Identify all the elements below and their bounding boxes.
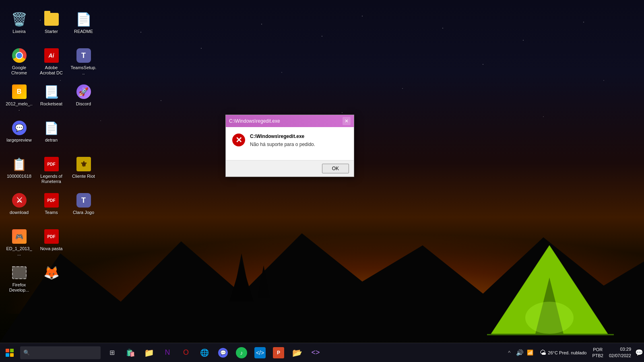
search-icon: 🔍 xyxy=(23,350,30,356)
desktop-icon-discord[interactable]: 💬 largepreview xyxy=(4,117,34,153)
dialog-text-container: C:\Windows\regedit.exe Não há suporte pa… xyxy=(250,134,347,147)
desktop-icon-clara-jogo[interactable]: 🎮 ED_1_2013_... xyxy=(4,225,34,261)
dialog-ok-button[interactable]: OK xyxy=(322,164,349,173)
taskbar-opera[interactable]: O xyxy=(177,344,195,362)
taskbar-code-editor[interactable]: <> xyxy=(307,344,324,362)
desktop-icon-starter[interactable]: Starter xyxy=(36,8,66,44)
dialog-body: ✕ C:\Windows\regedit.exe Não há suporte … xyxy=(226,127,354,160)
clock-date: 02/07/2022 xyxy=(609,353,631,359)
tent-decoration xyxy=(479,237,620,342)
weather-text: 26°C Pred. nublado xyxy=(548,350,586,355)
desktop-icon-ed-2013[interactable]: PDF Nova pasta xyxy=(36,225,66,261)
dialog-footer: OK xyxy=(226,160,354,177)
taskbar-search[interactable]: 🔍 xyxy=(20,346,101,359)
desktop-icon-rocketseat[interactable]: 🚀 Discord xyxy=(68,80,99,117)
tray-volume[interactable]: 🔊 xyxy=(515,346,524,360)
taskbar-taskview[interactable]: ⊞ xyxy=(103,344,121,362)
desktop-icon-detran[interactable]: 📋 1000001618 xyxy=(4,153,34,189)
taskbar-clock[interactable]: 03:29 02/07/2022 xyxy=(606,346,634,359)
desktop-icon-download-pdf[interactable]: PDF Teams xyxy=(36,189,66,225)
taskbar-discord[interactable]: 💬 xyxy=(214,344,232,362)
desktop-icon-cliente-riot[interactable]: ⚔ download xyxy=(4,189,34,225)
taskbar-spotify[interactable]: ♪ xyxy=(233,344,250,362)
start-icon xyxy=(6,349,14,357)
desktop-icons-container: 🗑️ Lixeira Starter 📄 README Google Chrom… xyxy=(0,4,105,302)
desktop-icon-nova-pasta[interactable]: Firefox Develop... xyxy=(4,261,34,298)
desktop-icon-teams[interactable]: T Clara Jogo xyxy=(68,189,99,225)
desktop-icon-readme[interactable]: 📄 README xyxy=(68,8,99,44)
dialog-titlebar: C:\Windows\regedit.exe ✕ xyxy=(226,115,354,127)
tray-network[interactable]: 📶 xyxy=(525,346,535,360)
desktop-icon-lixeira[interactable]: 🗑️ Lixeira xyxy=(4,8,34,44)
desktop-icon-melo[interactable]: 📃 Rocketseat xyxy=(36,80,66,117)
desktop-icon-bya[interactable]: B 2012_melo_... xyxy=(4,80,34,117)
system-tray: ^ 🔊 📶 xyxy=(503,346,537,360)
taskbar-store[interactable]: 🛍️ xyxy=(122,344,139,362)
notification-button[interactable]: 💬 xyxy=(634,346,644,360)
taskbar-explorer[interactable]: 📁 xyxy=(140,344,158,362)
dialog-filename: C:\Windows\regedit.exe xyxy=(250,134,347,139)
svg-marker-2 xyxy=(229,261,254,302)
tray-expand[interactable]: ^ xyxy=(504,346,514,360)
error-icon: ✕ xyxy=(232,134,245,146)
weather-icon: 🌤 xyxy=(540,349,546,356)
clock-time: 03:29 xyxy=(620,346,631,352)
desktop-icon-teams-setup[interactable]: T TeamsSetup... xyxy=(68,44,99,80)
desktop-icon-adobe-acrobat[interactable]: Ai Adobe Acrobat DC xyxy=(36,44,66,80)
desktop-icon-google-chrome[interactable]: Google Chrome xyxy=(4,44,34,80)
dialog-message: Não há suporte para o pedido. xyxy=(250,142,347,147)
taskbar: 🔍 ⊞ 🛍️ 📁 N O 🌐 💬 xyxy=(0,343,644,362)
dialog-content: ✕ C:\Windows\regedit.exe Não há suporte … xyxy=(232,134,347,147)
lang-primary: POR xyxy=(593,347,603,352)
dialog-title-text: C:\Windows\regedit.exe xyxy=(229,118,280,124)
taskbar-filemanager[interactable]: 📂 xyxy=(288,344,306,362)
start-button[interactable] xyxy=(0,343,19,362)
taskbar-powerpoint[interactable]: P xyxy=(270,344,287,362)
taskbar-weather[interactable]: 🌤 26°C Pred. nublado xyxy=(537,349,590,356)
taskbar-edge[interactable]: 🌐 xyxy=(196,344,213,362)
desktop-icon-firefox[interactable]: 🦊 xyxy=(36,261,66,298)
desktop-icon-largepreview[interactable]: 📄 detran xyxy=(36,117,66,153)
taskbar-pinned-icons: ⊞ 🛍️ 📁 N O 🌐 💬 ♪ xyxy=(101,344,503,362)
language-indicator[interactable]: POR PTB2 xyxy=(590,347,606,358)
error-dialog: C:\Windows\regedit.exe ✕ ✕ C:\Windows\re… xyxy=(225,115,354,177)
taskbar-vscode[interactable]: </> xyxy=(251,344,269,362)
taskbar-onenote[interactable]: N xyxy=(159,344,176,362)
desktop-icon-legends-runeterra[interactable]: ⚜ Cliente Riot xyxy=(68,153,99,189)
dialog-close-button[interactable]: ✕ xyxy=(343,117,351,125)
lang-secondary: PTB2 xyxy=(592,353,603,358)
svg-point-6 xyxy=(525,302,574,334)
desktop-icon-pdf-1000001618[interactable]: PDF Legends of Runeterra xyxy=(36,153,66,189)
